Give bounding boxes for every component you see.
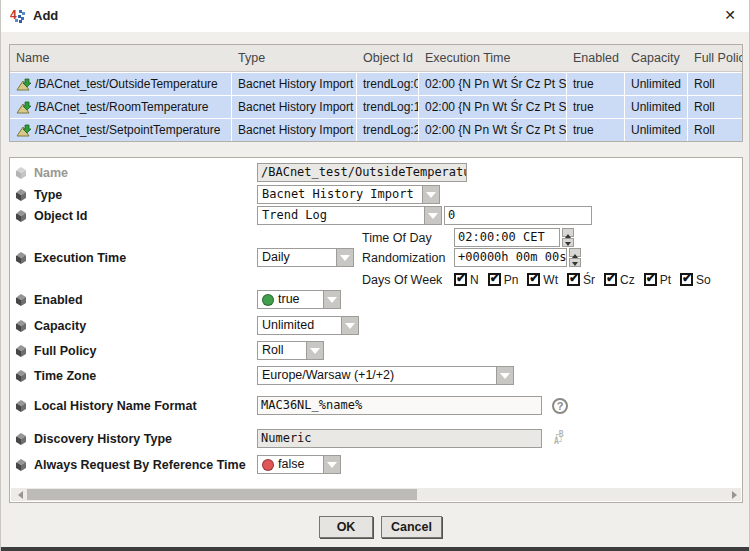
- checkbox-checked-icon[interactable]: [567, 273, 580, 286]
- spinner-up-icon[interactable]: [562, 228, 574, 237]
- checkbox-checked-icon[interactable]: [527, 273, 540, 286]
- full-policy-value: Roll: [258, 342, 306, 359]
- col-header-name[interactable]: Name: [10, 45, 232, 71]
- always-request-by-reference-time-label: Always Request By Reference Time: [34, 458, 246, 472]
- day-checkbox-item: Wt: [527, 273, 558, 287]
- chevron-down-icon[interactable]: [323, 456, 340, 473]
- chevron-down-icon[interactable]: [306, 342, 323, 359]
- type-dropdown[interactable]: Bacnet History Import: [257, 185, 440, 204]
- object-id-instance-field[interactable]: 0: [444, 206, 592, 225]
- frequency-dropdown[interactable]: Daily: [257, 248, 354, 267]
- row-capacity: Unlimited: [625, 73, 688, 95]
- a-to-b-convert-icon[interactable]: ┌BA┘: [554, 431, 564, 445]
- enabled-dropdown[interactable]: true: [257, 290, 341, 309]
- history-import-icon: [16, 78, 31, 91]
- scroll-left-icon[interactable]: [11, 488, 23, 501]
- full-policy-dropdown[interactable]: Roll: [257, 341, 324, 360]
- local-history-name-format-field[interactable]: MAC36NL_%name%: [257, 396, 542, 415]
- row-object-id: trendLog:2: [357, 119, 419, 141]
- row-enabled: true: [567, 73, 625, 95]
- row-full-policy: Roll: [688, 119, 742, 141]
- randomization-field[interactable]: +00000h 00m 00s: [454, 248, 567, 267]
- row-enabled: true: [567, 119, 625, 141]
- close-icon[interactable]: ✕: [724, 7, 736, 23]
- day-checkbox-item: So: [680, 273, 711, 287]
- property-icon: [14, 432, 28, 446]
- row-enabled: true: [567, 96, 625, 118]
- history-import-icon: [16, 124, 31, 137]
- row-type: Bacnet History Import: [232, 96, 357, 118]
- time-of-day-label: Time Of Day: [362, 231, 432, 245]
- app-logo-icon: 4: [10, 8, 26, 24]
- row-type: Bacnet History Import: [232, 73, 357, 95]
- property-icon: [14, 188, 28, 202]
- scroll-right-icon[interactable]: [729, 488, 741, 501]
- local-history-name-format-label: Local History Name Format: [34, 399, 197, 413]
- chevron-down-icon[interactable]: [323, 291, 340, 308]
- capacity-label: Capacity: [34, 319, 86, 333]
- row-name: /BACnet_test/OutsideTemperature: [35, 73, 218, 95]
- enabled-value: true: [278, 291, 300, 308]
- horizontal-scrollbar[interactable]: [11, 488, 741, 501]
- col-header-object-id[interactable]: Object Id: [357, 45, 419, 71]
- table-row[interactable]: /BACnet_test/OutsideTemperature Bacnet H…: [10, 73, 742, 95]
- day-checkbox-item: Śr: [567, 273, 595, 287]
- time-zone-dropdown[interactable]: Europe/Warsaw (+1/+2): [257, 366, 514, 385]
- object-id-type-dropdown[interactable]: Trend Log: [257, 206, 442, 225]
- randomization-label: Randomization: [362, 251, 445, 265]
- capacity-value: Unlimited: [258, 317, 341, 334]
- history-import-icon: [16, 101, 31, 114]
- day-label: Pt: [660, 273, 671, 287]
- time-of-day-field[interactable]: 02:00:00 CET: [454, 228, 560, 247]
- row-full-policy: Roll: [688, 96, 742, 118]
- always-request-dropdown[interactable]: false: [257, 455, 341, 474]
- checkbox-checked-icon[interactable]: [680, 273, 693, 286]
- chevron-down-icon[interactable]: [341, 317, 358, 334]
- row-capacity: Unlimited: [625, 119, 688, 141]
- row-capacity: Unlimited: [625, 96, 688, 118]
- spinner-down-icon[interactable]: [569, 258, 581, 267]
- day-label: Cz: [620, 273, 635, 287]
- table-header-row: Name Type Object Id Execution Time Enabl…: [10, 45, 742, 72]
- day-checkbox-item: Pn: [488, 273, 519, 287]
- object-id-label: Object Id: [34, 209, 87, 223]
- chevron-down-icon[interactable]: [422, 186, 439, 203]
- property-icon: [14, 369, 28, 383]
- chevron-down-icon[interactable]: [424, 207, 441, 224]
- property-icon: [14, 399, 28, 413]
- spinner-up-icon[interactable]: [569, 248, 581, 257]
- table-row[interactable]: /BACnet_test/SetpointTemperature Bacnet …: [10, 119, 742, 141]
- days-of-week-label: Days Of Week: [362, 273, 442, 287]
- object-id-type-value: Trend Log: [258, 207, 424, 224]
- chevron-down-icon[interactable]: [496, 367, 513, 384]
- row-execution-time: 02:00 {N Pn Wt Śr Cz Pt So}: [419, 119, 567, 141]
- row-type: Bacnet History Import: [232, 119, 357, 141]
- status-false-icon: [262, 459, 274, 471]
- checkbox-checked-icon[interactable]: [454, 273, 467, 286]
- help-icon[interactable]: ?: [552, 398, 568, 414]
- col-header-capacity[interactable]: Capacity: [625, 45, 688, 71]
- spinner-down-icon[interactable]: [562, 238, 574, 247]
- col-header-full-policy[interactable]: Full Policy: [688, 45, 742, 71]
- capacity-dropdown[interactable]: Unlimited: [257, 316, 359, 335]
- property-icon: [14, 209, 28, 223]
- checkbox-checked-icon[interactable]: [644, 273, 657, 286]
- chevron-down-icon[interactable]: [336, 249, 353, 266]
- history-table: Name Type Object Id Execution Time Enabl…: [9, 44, 743, 142]
- col-header-type[interactable]: Type: [232, 45, 357, 71]
- scrollbar-thumb[interactable]: [27, 489, 417, 500]
- checkbox-checked-icon[interactable]: [488, 273, 501, 286]
- property-icon: [14, 458, 28, 472]
- col-header-execution-time[interactable]: Execution Time: [419, 45, 567, 71]
- checkbox-checked-icon[interactable]: [604, 273, 617, 286]
- table-row[interactable]: /BACnet_test/RoomTemperature Bacnet Hist…: [10, 96, 742, 118]
- day-label: Pn: [504, 273, 519, 287]
- name-field[interactable]: /BACnet_test/OutsideTemperature: [257, 163, 467, 182]
- frequency-value: Daily: [258, 249, 336, 266]
- ok-button[interactable]: OK: [319, 516, 373, 538]
- day-checkbox-item: N: [454, 273, 479, 287]
- cancel-button[interactable]: Cancel: [381, 516, 442, 538]
- col-header-enabled[interactable]: Enabled: [567, 45, 625, 71]
- day-checkbox-item: Cz: [604, 273, 635, 287]
- day-label: Śr: [583, 273, 595, 287]
